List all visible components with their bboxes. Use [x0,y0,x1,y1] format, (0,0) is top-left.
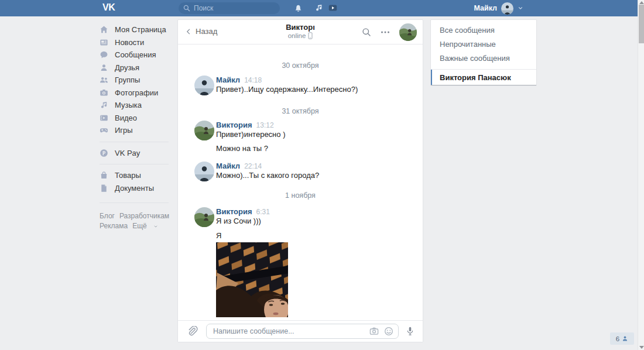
mobile-phone-icon [308,32,313,39]
message[interactable]: Майкл22:14 Можно)...Ты с какого города? [178,162,423,181]
filter-all-messages[interactable]: Все сообщения [431,23,536,37]
news-icon [100,38,108,47]
vkpay-icon [100,149,108,157]
chat-peer-avatar[interactable] [399,23,417,41]
sidebar-item-docs[interactable]: Документы [100,182,176,195]
message-author[interactable]: Виктория [216,207,252,216]
message-author[interactable]: Майкл [216,162,240,170]
groups-icon [100,76,108,84]
filter-unread[interactable]: Непрочитанные [431,37,536,52]
top-user-avatar [501,2,513,15]
avatar-maikl[interactable] [194,162,214,181]
sidebar-label: Группы [115,76,140,84]
sidebar-item-my-page[interactable]: Моя Страница [100,23,176,36]
sidebar-item-photos[interactable]: Фотографии [100,87,176,99]
music-note-icon[interactable] [314,4,323,12]
message-text: Привет)интересно ) [216,130,285,139]
sidebar-label: Видео [115,114,137,122]
footer-link-blog[interactable]: Блог [100,212,115,220]
sidebar-item-music[interactable]: Музыка [100,99,176,112]
search-icon[interactable] [362,28,371,37]
back-label: Назад [196,27,217,36]
page-scrollbar[interactable] [638,0,644,350]
sidebar-label: VK Pay [115,149,140,157]
message-time: 14:18 [244,76,262,84]
person-icon [622,335,628,342]
sidebar-item-video[interactable]: Видео [100,112,176,125]
sidebar-label: Сообщения [115,50,156,59]
avatar-viktoria[interactable] [194,207,214,227]
scroll-down-arrow[interactable] [639,346,644,349]
sidebar-footer-links: БлогРазработчикам РекламаЕщё [100,211,176,231]
filter-important[interactable]: Важные сообщения [431,52,536,66]
ellipsis-icon[interactable] [381,29,390,36]
photo-attachment[interactable] [216,242,288,317]
search-input[interactable] [179,2,280,14]
global-search [179,2,280,14]
sidebar-label: Товары [115,171,141,180]
sidebar-item-games[interactable]: Игры [100,124,176,137]
sidebar-item-news[interactable]: Новости [100,36,176,49]
user-menu[interactable]: Майкл [474,0,523,16]
sidebar-label: Документы [115,184,154,193]
paperclip-icon[interactable] [189,326,199,337]
sidebar-item-friends[interactable]: Друзья [100,61,176,74]
smiley-icon[interactable] [384,327,393,336]
message-author[interactable]: Майкл [216,76,240,84]
message[interactable]: Виктория6:31 Я из Сочи ))) Я [178,207,423,317]
message-text: Я [216,231,288,241]
camera-icon [100,88,108,97]
sidebar-item-messages[interactable]: Сообщения [100,49,176,61]
message-text: Можно)...Ты с какого города? [216,171,319,180]
messages-filter-panel: Все сообщения Непрочитанные Важные сообщ… [430,19,537,86]
document-icon [100,184,108,193]
avatar-viktoria[interactable] [194,121,214,140]
message-time: 22:14 [244,162,262,170]
video-icon[interactable] [328,4,338,12]
chat-online-status: online [248,32,352,39]
date-separator: 30 октября [178,61,423,70]
vk-logo[interactable]: VK [102,2,115,13]
sidebar-divider [100,164,169,164]
sidebar-label: Друзья [115,63,139,72]
footer-link-ads[interactable]: Реклама [100,222,128,230]
avatar-maikl[interactable] [194,76,214,95]
message-text: Я из Сочи ))) [216,217,288,226]
message-author[interactable]: Виктория [216,121,252,129]
chevron-down-icon [153,224,158,229]
top-bar: VK Майкл [0,0,644,16]
chat-header: Назад Викторı online [178,20,423,44]
back-button[interactable]: Назад [185,27,217,36]
left-nav: Моя Страница Новости Сообщения Друзья [100,23,176,231]
friends-icon [100,63,108,72]
sidebar-label: Моя Страница [115,25,166,34]
online-friends-badge[interactable]: 6 [610,332,634,345]
chat-peer-info: Викторı online [248,23,352,39]
search-icon [183,5,190,12]
selected-dialog[interactable]: Виктория Панасюк [431,70,536,85]
message-list: 30 октября Майкл14:18 Привет)..Ищу содер… [178,45,423,320]
shopping-bag-icon [100,171,108,180]
sidebar-divider [100,203,169,203]
date-separator: 31 октября [178,107,423,116]
sidebar-item-goods[interactable]: Товары [100,169,176,182]
message[interactable]: Виктория13:12 Привет)интересно ) Можно н… [178,121,423,153]
message[interactable]: Майкл14:18 Привет)..Ищу содержанку...Инт… [178,76,423,95]
sidebar-item-vkpay[interactable]: VK Pay [100,147,176,160]
top-user-name: Майкл [474,4,497,12]
online-label: online [288,32,306,39]
bell-icon[interactable] [294,4,303,12]
scroll-up-arrow[interactable] [639,1,644,4]
music-note-icon [100,101,108,109]
sidebar-item-groups[interactable]: Группы [100,74,176,87]
footer-link-developers[interactable]: Разработчикам [119,212,169,220]
gamepad-icon [100,126,108,135]
scrollbar-thumb[interactable] [639,5,644,43]
message-time: 13:12 [256,121,274,129]
microphone-icon[interactable] [406,326,415,337]
sidebar-label: Музыка [115,101,142,109]
footer-link-more[interactable]: Ещё [132,222,147,230]
sidebar-divider [100,142,169,142]
sidebar-label: Фотографии [115,88,158,97]
camera-icon[interactable] [369,327,379,336]
